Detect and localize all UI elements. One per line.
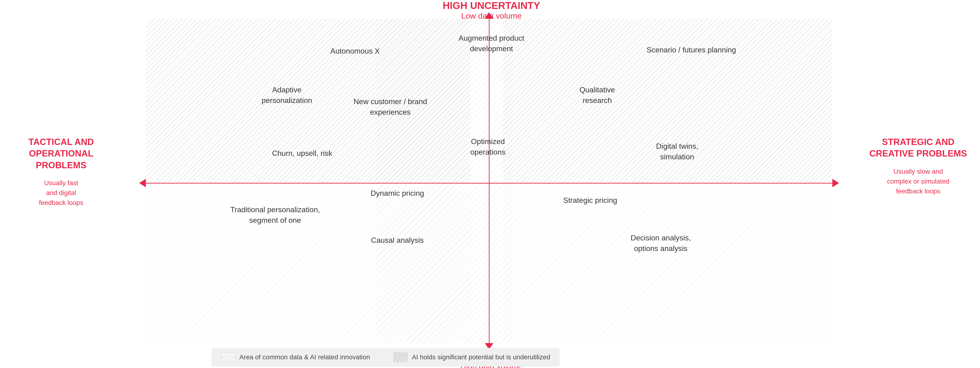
arrow-left — [139, 179, 146, 187]
label-decision-analysis: Decision analysis,options analysis — [616, 233, 705, 254]
label-strategic-pricing: Strategic pricing — [550, 195, 630, 206]
right-sub1: Usually slow and — [894, 168, 943, 175]
hatch-bottom-right — [503, 183, 832, 343]
left-sub2: and digital — [46, 189, 76, 197]
left-sub1: Usually fast — [44, 179, 78, 187]
label-optimized-operations: Optimizedoperations — [447, 136, 529, 157]
label-dynamic-pricing: Dynamic pricing — [362, 188, 433, 198]
left-sub3: feedback loops — [39, 199, 83, 206]
legend-swatch-dark — [394, 352, 408, 362]
vertical-axis — [489, 19, 490, 343]
legend-swatch-light — [221, 352, 235, 362]
legend-label-common: Area of common data & AI related innovat… — [239, 354, 370, 361]
strategic-label: STRATEGIC AND CREATIVE PROBLEMS Usually … — [865, 136, 971, 196]
tactical-label: TACTICAL AND OPERATIONAL PROBLEMS Usuall… — [14, 136, 108, 208]
label-causal-analysis: Causal analysis — [362, 235, 433, 246]
label-traditional-personalization: Traditional personalization,segment of o… — [221, 205, 329, 225]
label-scenario-planning: Scenario / futures planning — [640, 44, 743, 55]
right-sub3: feedback loops — [896, 187, 940, 195]
label-adaptive-personalization: Adaptivepersonalization — [249, 85, 325, 106]
label-new-customer-brand: New customer / brandexperiences — [343, 96, 438, 117]
arrow-right — [832, 179, 839, 187]
label-augmented-product: Augmented productdevelopment — [447, 33, 536, 54]
label-autonomous-x: Autonomous X — [322, 46, 388, 56]
legend: Area of common data & AI related innovat… — [212, 348, 560, 366]
hatch-center — [376, 19, 512, 343]
diagram-container: HIGH UNCERTAINTY Low data volume LOW UNC… — [0, 0, 980, 368]
label-digital-twins: Digital twins,simulation — [635, 141, 719, 162]
label-churn-upsell: Churn, upsell, risk — [263, 148, 341, 159]
legend-item-underutilized: AI holds significant potential but is un… — [394, 352, 550, 362]
legend-label-underutilized: AI holds significant potential but is un… — [412, 354, 550, 361]
legend-item-common: Area of common data & AI related innovat… — [221, 352, 370, 362]
right-sub2: complex or simulated — [887, 178, 950, 185]
label-qualitative-research: Qualitativeresearch — [557, 85, 637, 106]
high-uncertainty-label: HIGH UNCERTAINTY Low data volume — [414, 0, 569, 21]
